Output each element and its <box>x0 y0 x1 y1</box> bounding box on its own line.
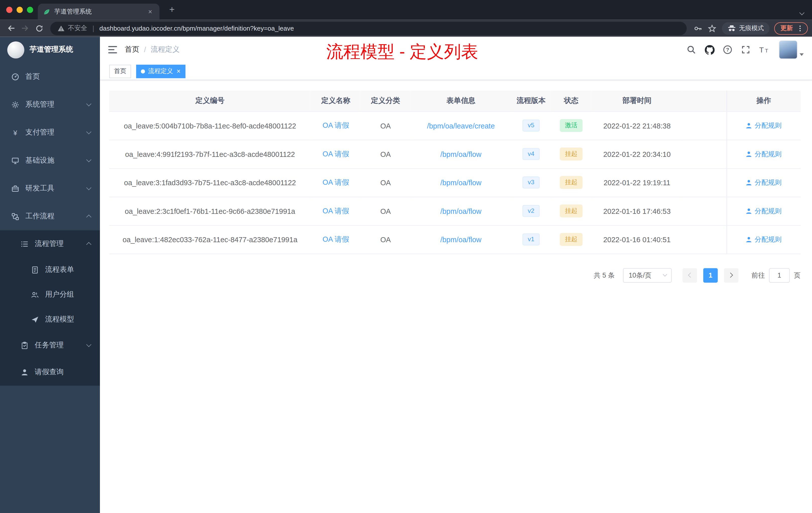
cell-deploy-time: 2022-01-16 01:40:51 <box>592 225 682 253</box>
form-link[interactable]: /bpm/oa/leave/create <box>427 121 495 130</box>
sidebar-item-process-model[interactable]: 流程模型 <box>0 307 100 332</box>
status-badge: 挂起 <box>560 233 583 246</box>
breadcrumb-current: 流程定义 <box>151 45 180 54</box>
assign-rule-button[interactable]: 分配规则 <box>746 149 782 159</box>
update-chip[interactable]: 更新 <box>774 22 808 35</box>
goto-unit-label: 页 <box>794 271 801 280</box>
cell-definition-name: OA 请假 <box>311 225 361 253</box>
avatar[interactable] <box>779 40 798 59</box>
browser-window: 芋道管理系统 × + 不安全 | dashboard.yudao.iocoder… <box>0 0 812 513</box>
col-process-version: 流程版本 <box>512 91 551 112</box>
font-size-icon[interactable]: TT <box>759 44 769 55</box>
url-text[interactable]: dashboard.yudao.iocoder.cn/bpm/manager/d… <box>99 25 294 32</box>
definition-name-link[interactable]: OA 请假 <box>323 121 349 129</box>
definition-name-link[interactable]: OA 请假 <box>323 235 349 243</box>
security-label[interactable]: 不安全 <box>68 24 87 33</box>
form-link[interactable]: /bpm/oa/flow <box>440 178 482 187</box>
incognito-icon <box>728 24 736 32</box>
tab-close-icon[interactable]: × <box>146 7 154 16</box>
sidebar-item-user-group[interactable]: 用户分组 <box>0 282 100 307</box>
close-window-button[interactable] <box>6 7 12 13</box>
omnibox-divider: | <box>92 24 94 32</box>
definition-name-link[interactable]: OA 请假 <box>323 178 349 186</box>
workflow-icon <box>11 213 19 220</box>
user-avatar-menu[interactable] <box>779 40 804 59</box>
version-badge: v2 <box>522 205 539 217</box>
tags-view-bar: 首页 流程定义 × <box>100 63 812 80</box>
svg-text:?: ? <box>726 47 729 53</box>
sidebar-item-home[interactable]: 首页 <box>0 63 100 91</box>
page-size-select[interactable]: 10条/页 <box>623 268 672 282</box>
fullscreen-icon[interactable] <box>741 44 751 55</box>
cell-definition-name: OA 请假 <box>311 168 361 197</box>
help-icon[interactable]: ? <box>722 44 733 55</box>
address-bar[interactable]: 不安全 | dashboard.yudao.iocoder.cn/bpm/man… <box>50 22 687 35</box>
bookmark-star-icon[interactable] <box>705 21 719 35</box>
breadcrumb-home[interactable]: 首页 <box>125 45 139 54</box>
sidebar-item-infrastructure[interactable]: 基础设施 <box>0 147 100 175</box>
maximize-window-button[interactable] <box>27 7 33 13</box>
dashboard-icon <box>11 73 19 81</box>
form-link[interactable]: /bpm/oa/flow <box>440 235 482 243</box>
key-icon[interactable] <box>691 21 705 35</box>
tag-close-icon[interactable]: × <box>176 68 180 74</box>
forward-icon[interactable] <box>18 21 32 35</box>
search-icon[interactable] <box>686 44 696 55</box>
prev-page-button[interactable] <box>683 268 697 282</box>
cell-form-info: /bpm/oa/flow <box>410 140 512 168</box>
tab-search-icon[interactable] <box>800 7 804 17</box>
reload-icon[interactable] <box>32 21 46 35</box>
browser-tab[interactable]: 芋道管理系统 × <box>38 3 160 20</box>
minimize-window-button[interactable] <box>17 7 23 13</box>
form-link[interactable]: /bpm/oa/flow <box>440 150 482 158</box>
cell-definition-id: oa_leave:4:991f2193-7b7f-11ec-a3c8-acde4… <box>109 140 311 168</box>
sidebar-item-workflow[interactable]: 工作流程 <box>0 202 100 230</box>
status-badge: 挂起 <box>560 204 583 218</box>
assign-rule-button[interactable]: 分配规则 <box>746 235 782 244</box>
github-icon[interactable] <box>704 44 715 55</box>
update-label[interactable]: 更新 <box>780 24 793 33</box>
sidebar-item-system-management[interactable]: 系统管理 <box>0 91 100 118</box>
caret-down-icon <box>800 53 804 56</box>
assign-rule-button[interactable]: 分配规则 <box>746 206 782 216</box>
sidebar-item-process-form[interactable]: 流程表单 <box>0 257 100 282</box>
cell-deploy-time: 2022-01-16 17:46:53 <box>592 197 682 225</box>
cell-filler <box>682 111 726 140</box>
document-icon <box>31 266 39 274</box>
chevron-down-icon <box>86 185 91 190</box>
assign-rule-button[interactable]: 分配规则 <box>746 121 782 130</box>
tag-process-definition[interactable]: 流程定义 × <box>136 64 185 78</box>
user-icon <box>746 179 752 186</box>
definition-name-link[interactable]: OA 请假 <box>323 206 349 215</box>
form-link[interactable]: /bpm/oa/flow <box>440 207 482 215</box>
user-icon <box>746 122 752 129</box>
sidebar-item-process-management[interactable]: 流程管理 <box>0 231 100 257</box>
cell-definition-id: oa_leave:3:1fad3d93-7b75-11ec-a3c8-acde4… <box>109 168 311 197</box>
warning-icon <box>58 25 65 32</box>
sidebar-item-leave-query[interactable]: 请假查询 <box>0 359 100 386</box>
menu-dots-icon[interactable] <box>796 25 804 32</box>
new-tab-button[interactable]: + <box>167 5 177 15</box>
tag-home[interactable]: 首页 <box>109 64 131 78</box>
sidebar-item-task-management[interactable]: 任务管理 <box>0 332 100 359</box>
sidebar-item-payment-management[interactable]: ¥ 支付管理 <box>0 118 100 146</box>
table-row: oa_leave:5:004b710b-7b8a-11ec-8ef0-acde4… <box>109 111 801 140</box>
next-page-button[interactable] <box>724 268 738 282</box>
col-definition-name: 定义名称 <box>311 91 361 112</box>
sidebar-logo[interactable]: 芋道管理系统 <box>0 37 100 62</box>
chevron-up-icon <box>86 242 91 247</box>
sidebar: 芋道管理系统 首页 系统管理 ¥ 支付管理 基础设施 <box>0 37 100 513</box>
goto-label: 前往 <box>752 271 765 280</box>
breadcrumb: 首页 / 流程定义 <box>125 45 179 54</box>
chevron-up-icon <box>86 215 91 220</box>
back-icon[interactable] <box>4 21 18 35</box>
definition-name-link[interactable]: OA 请假 <box>323 149 349 158</box>
incognito-badge[interactable]: 无痕模式 <box>722 22 770 35</box>
page-number-button[interactable]: 1 <box>703 268 718 282</box>
assign-rule-button[interactable]: 分配规则 <box>746 178 782 187</box>
chevron-down-icon <box>86 342 91 347</box>
hamburger-icon[interactable] <box>100 37 119 62</box>
sidebar-item-dev-tools[interactable]: 研发工具 <box>0 175 100 202</box>
sidebar-submenu-workflow: 流程管理 流程表单 用户分组 流程模型 任务管理 <box>0 231 100 386</box>
goto-page-input[interactable] <box>769 268 790 282</box>
